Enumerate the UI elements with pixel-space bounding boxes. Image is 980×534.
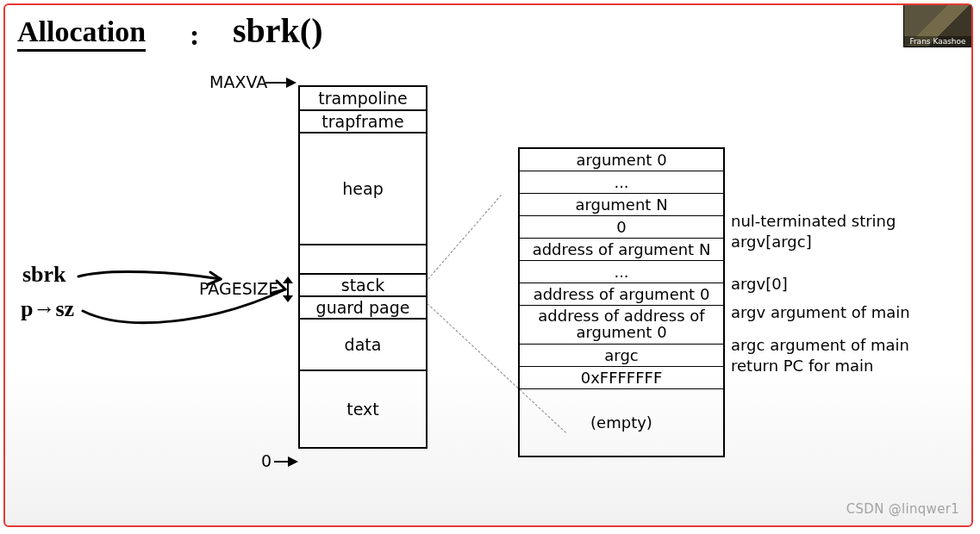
mem-trapframe: trapframe (300, 109, 426, 132)
hand-title: Allocation (17, 17, 146, 47)
hand-colon: : (190, 21, 199, 50)
note-argv0: argv[0] (731, 275, 788, 293)
note-argc: argc argument of main (731, 336, 909, 354)
stack-row-zero: 0 (520, 215, 723, 238)
stack-row-addraddr: address of address ofargument 0 (520, 305, 723, 344)
label-pagesize: PAGESIZE (199, 279, 278, 298)
arrow-maxva-head (286, 78, 296, 88)
arrow-maxva-line (265, 82, 288, 84)
hand-arrow-sbrk (74, 264, 298, 341)
arrow-zero-head (288, 456, 298, 467)
stack-detail-box: argument 0 ... argument N 0 address of a… (518, 147, 725, 457)
speaker-thumbnail: Frans Kaashoe (903, 5, 971, 47)
mem-guard: guard page (300, 295, 426, 318)
mem-text: text (300, 369, 426, 447)
note-retpc: return PC for main (731, 357, 873, 375)
mem-heap: heap (300, 132, 426, 244)
hand-psz-note: p→sz (21, 298, 74, 320)
watermark: CSDN @linqwer1 (846, 501, 959, 517)
note-nul: nul-terminated string (731, 212, 896, 230)
stack-row-retpc: 0xFFFFFFF (520, 366, 723, 388)
stack-row-addrN: address of argument N (520, 238, 723, 260)
pagesize-double-arrow (283, 276, 293, 302)
stack-row-dots1: ... (520, 171, 723, 193)
dash-top (428, 195, 502, 280)
stack-row-argc: argc (520, 344, 723, 366)
label-zero: 0 (261, 451, 272, 470)
label-maxva: MAXVA (209, 72, 267, 91)
hand-sbrk-note: sbrk (22, 264, 66, 286)
hand-sbrk-big: sbrk() (233, 14, 322, 48)
stack-row-arg0: argument 0 (520, 149, 723, 171)
mem-gap (300, 244, 426, 273)
memory-column: trampoline trapframe heap stack guard pa… (298, 85, 428, 449)
stack-row-empty: (empty) (520, 388, 723, 456)
slide-frame: Frans Kaashoe Allocation : sbrk() sbrk p… (3, 3, 973, 527)
mem-data: data (300, 318, 426, 369)
stack-row-argN: argument N (520, 193, 723, 215)
stack-row-addr0: address of argument 0 (520, 283, 723, 305)
note-argvN: argv[argc] (731, 233, 812, 251)
mem-stack: stack (300, 273, 426, 295)
speaker-name: Frans Kaashoe (904, 36, 971, 47)
stack-row-dots2: ... (520, 260, 723, 283)
note-argv: argv argument of main (731, 303, 910, 321)
mem-trampoline: trampoline (300, 87, 426, 109)
